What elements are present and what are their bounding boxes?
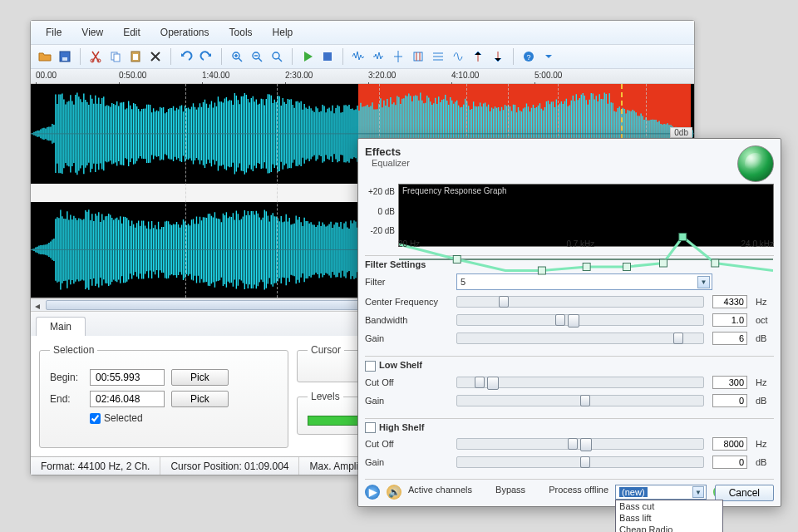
waveform-tool-5-icon[interactable] <box>429 47 447 66</box>
frequency-response-graph: +20 dB 0 dB -20 dB Frequency Response Gr… <box>365 184 774 247</box>
end-label: End: <box>50 393 83 405</box>
hs-gain-slider[interactable] <box>456 456 704 468</box>
svg-point-10 <box>273 52 279 59</box>
selection-legend: Selection <box>50 344 97 356</box>
waveform-tool-6-icon[interactable] <box>449 47 467 66</box>
bypass-label[interactable]: Bypass <box>495 485 525 495</box>
low-shelf-checkbox[interactable] <box>365 361 376 372</box>
cursor-legend: Cursor <box>308 344 344 356</box>
ls-gain-label: Gain <box>365 396 448 406</box>
end-pick-button[interactable]: Pick <box>171 391 229 407</box>
menu-file[interactable]: File <box>37 24 70 41</box>
open-icon[interactable] <box>36 47 54 66</box>
equalizer-icon <box>737 145 774 182</box>
high-shelf-checkbox[interactable] <box>365 422 376 433</box>
copy-icon[interactable] <box>106 47 125 66</box>
preset-option[interactable]: Bass lift <box>616 512 722 524</box>
menu-edit[interactable]: Edit <box>115 24 149 41</box>
center-freq-slider[interactable] <box>456 296 704 308</box>
active-channels-label: Active channels <box>408 485 472 495</box>
ls-cutoff-slider[interactable] <box>456 377 704 388</box>
selected-checkbox[interactable] <box>90 413 101 424</box>
bandwidth-slider[interactable] <box>456 314 704 326</box>
zoom-out-icon[interactable] <box>248 47 266 66</box>
svg-rect-21 <box>623 264 631 271</box>
cancel-button[interactable]: Cancel <box>715 485 774 501</box>
toolbar: ? <box>31 45 694 69</box>
preset-current: (new) <box>619 487 648 497</box>
zoom-in-icon[interactable] <box>228 47 246 66</box>
play-preview-icon[interactable]: ▶ <box>365 485 380 500</box>
chevron-down-icon: ▼ <box>692 486 704 498</box>
stop-icon[interactable] <box>318 47 337 66</box>
selected-label: Selected <box>104 412 143 424</box>
ls-gain-input[interactable] <box>712 394 747 407</box>
begin-pick-button[interactable]: Pick <box>171 369 229 386</box>
delete-icon[interactable] <box>146 47 165 66</box>
redo-icon[interactable] <box>197 47 215 66</box>
end-input[interactable] <box>90 391 165 407</box>
scroll-left-icon[interactable]: ◂ <box>31 299 44 313</box>
waveform-tool-4-icon[interactable] <box>409 47 427 66</box>
begin-label: Begin: <box>50 372 83 383</box>
tab-main[interactable]: Main <box>36 317 86 336</box>
graph-xlabel: 24.0 kHz <box>741 239 774 249</box>
help-icon[interactable]: ? <box>520 47 538 66</box>
waveform-tool-8-icon[interactable] <box>489 47 507 66</box>
waveform-tool-1-icon[interactable] <box>349 47 367 66</box>
svg-rect-24 <box>712 259 719 267</box>
save-icon[interactable] <box>56 47 74 66</box>
preset-dropdown[interactable]: (new) ▼ Bass cut Bass lift Cheap Radio <box>615 485 707 500</box>
hs-gain-input[interactable] <box>712 456 747 469</box>
zoom-fit-icon[interactable] <box>268 47 286 66</box>
dialog-title: Effects <box>365 145 410 158</box>
svg-rect-22 <box>660 259 667 267</box>
unit-db: dB <box>756 396 774 406</box>
timeline-tick: 00.00 <box>36 71 57 80</box>
menu-view[interactable]: View <box>73 24 111 41</box>
timeline-tick: 1:40.00 <box>202 71 229 80</box>
waveform-tool-2-icon[interactable] <box>369 47 387 66</box>
paste-icon[interactable] <box>126 47 145 66</box>
process-offline-label[interactable]: Process offline <box>549 485 608 495</box>
timeline-ruler[interactable]: 00.00 0:50.00 1:40.00 2:30.00 3:20.00 4:… <box>31 69 694 84</box>
hs-cutoff-slider[interactable] <box>456 438 704 450</box>
preset-list[interactable]: Bass cut Bass lift Cheap Radio <box>615 500 723 532</box>
svg-rect-11 <box>323 52 332 61</box>
gain-slider[interactable] <box>456 332 704 344</box>
graph-xlabel: 20 Hz <box>398 239 420 249</box>
timeline-tick: 2:30.00 <box>285 71 313 80</box>
svg-rect-20 <box>583 264 590 271</box>
svg-rect-5 <box>114 54 120 62</box>
undo-icon[interactable] <box>177 47 195 66</box>
svg-rect-1 <box>62 57 67 61</box>
waveform-tool-7-icon[interactable] <box>469 47 487 66</box>
levels-legend: Levels <box>308 391 343 402</box>
unit-db: dB <box>756 457 774 467</box>
hs-cutoff-label: Cut Off <box>365 439 448 449</box>
menu-help[interactable]: Help <box>264 24 302 41</box>
dropdown-icon[interactable] <box>539 47 558 66</box>
begin-input[interactable] <box>90 369 165 386</box>
menu-tools[interactable]: Tools <box>221 24 261 41</box>
ls-gain-slider[interactable] <box>456 395 704 406</box>
ls-cutoff-input[interactable] <box>712 376 747 389</box>
menu-operations[interactable]: Operations <box>152 24 218 41</box>
hs-cutoff-input[interactable] <box>712 437 747 451</box>
graph-plot[interactable]: Frequency Response Graph <box>398 184 774 247</box>
play-icon[interactable] <box>298 47 317 66</box>
preset-option[interactable]: Cheap Radio <box>616 524 722 532</box>
cut-icon[interactable] <box>86 47 105 66</box>
speaker-icon[interactable]: 🔊 <box>387 485 401 500</box>
unit-db: dB <box>756 333 774 343</box>
dialog-subtitle: Equalizer <box>372 158 410 168</box>
waveform-tool-3-icon[interactable] <box>389 47 407 66</box>
preset-option[interactable]: Bass cut <box>616 500 722 512</box>
graph-ylabel: -20 dB <box>365 226 395 235</box>
svg-rect-18 <box>453 256 461 264</box>
dialog-footer: ▶ 🔊 Active channels Bypass Process offli… <box>365 479 774 500</box>
menubar: File View Edit Operations Tools Help <box>31 21 694 45</box>
svg-rect-19 <box>538 267 545 274</box>
timeline-tick: 5:00.00 <box>534 71 562 80</box>
timeline-tick: 0:50.00 <box>119 71 146 80</box>
